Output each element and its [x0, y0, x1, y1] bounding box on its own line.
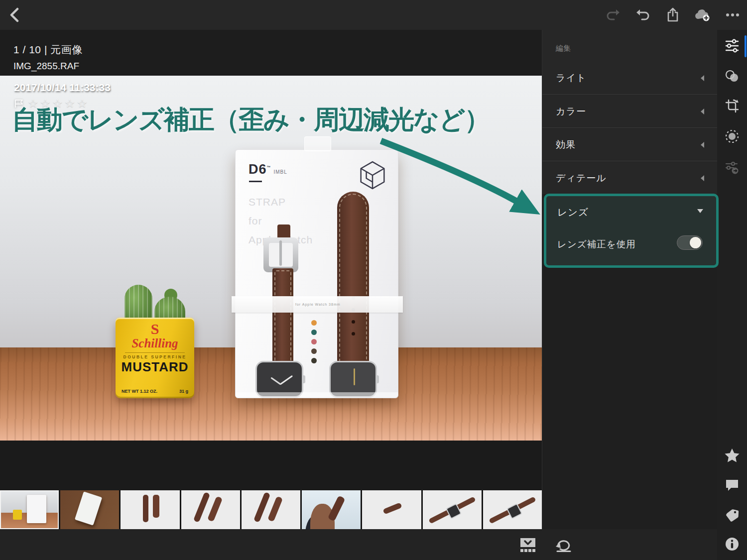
package-band: for Apple Watch 38mm	[232, 296, 403, 313]
strap-hole	[352, 320, 355, 324]
photo-info-strip: 1 / 10 | 元画像 IMG_2855.RAF	[0, 30, 542, 76]
lens-correction-row: レンズ補正を使用	[546, 231, 716, 261]
info-button[interactable]	[724, 536, 740, 552]
collapsed-triangle-icon	[701, 142, 704, 148]
tin-subtitle: DOUBLE SUPERFINE	[116, 354, 194, 359]
color-dot	[311, 358, 317, 363]
lens-section-highlight: レンズ レンズ補正を使用	[544, 194, 719, 268]
filmstrip-thumb-5[interactable]	[242, 490, 300, 529]
healing-tool-button[interactable]	[724, 68, 740, 84]
back-button[interactable]	[6, 6, 23, 23]
package-hang-tab	[304, 136, 331, 151]
healing-icon	[725, 69, 740, 83]
rate-review-button[interactable]	[724, 448, 740, 463]
back-chevron-icon	[9, 7, 20, 22]
photo-counter: 1 / 10 | 元画像	[13, 43, 83, 57]
sliders-icon	[725, 39, 739, 53]
expanded-triangle-icon	[697, 209, 703, 213]
collapsed-triangle-icon	[701, 175, 704, 181]
package-brand: D6™IMBL	[249, 162, 287, 177]
share-button[interactable]	[665, 7, 680, 23]
edit-panel: 編集 ライト カラー 効果 ディテール	[542, 30, 717, 529]
selective-edit-button[interactable]	[724, 128, 740, 144]
edit-panel-title: 編集	[556, 44, 571, 53]
star-icon	[724, 448, 740, 463]
collapsed-triangle-icon	[701, 75, 704, 81]
undo-button[interactable]	[635, 7, 650, 23]
filmstrip-thumb-6[interactable]	[302, 490, 361, 529]
revert-button[interactable]	[554, 537, 574, 554]
keywords-button[interactable]	[724, 507, 740, 523]
color-dot	[311, 339, 317, 344]
redo-button[interactable]	[605, 7, 621, 23]
watch-crown	[375, 375, 379, 383]
color-dot	[311, 320, 317, 326]
filmstrip-thumb-1[interactable]	[0, 490, 59, 529]
edit-tool-button[interactable]	[724, 38, 740, 54]
cloud-sync-button[interactable]	[695, 7, 710, 23]
tin-net-weight: NET WT 1.12 OZ.31 g	[122, 389, 188, 394]
lens-correction-toggle[interactable]	[677, 235, 703, 250]
color-dot	[311, 348, 317, 354]
panel-section-color[interactable]: カラー	[542, 95, 718, 128]
watch-strap-package: D6™IMBL STRAP for Apple Watch for Apple …	[235, 149, 398, 398]
comments-button[interactable]	[724, 477, 740, 493]
annotation-headline: 自動でレンズ補正（歪み・周辺減光など）	[12, 103, 490, 137]
selective-edit-icon	[725, 129, 740, 144]
info-icon	[725, 537, 740, 552]
undo-icon	[636, 9, 650, 21]
crop-tool-button[interactable]	[724, 98, 740, 114]
filmstrip-thumb-9[interactable]	[483, 490, 542, 529]
tool-rail	[717, 30, 747, 560]
top-bar-actions	[605, 0, 740, 30]
strap-buckle	[263, 237, 298, 272]
tin-product-name: MUSTARD	[116, 359, 194, 374]
cube-logo-icon	[358, 161, 387, 190]
package-color-dots	[311, 320, 317, 363]
hide-filmstrip-button[interactable]	[518, 537, 538, 554]
photo-lower-margin	[0, 441, 542, 490]
watch-crown	[302, 375, 305, 383]
cloud-add-icon	[694, 8, 711, 22]
panel-section-effects[interactable]: 効果	[542, 128, 718, 161]
filmstrip-thumb-3[interactable]	[121, 490, 179, 529]
redo-icon	[606, 9, 620, 21]
filmstrip-thumb-8[interactable]	[423, 490, 482, 529]
filmstrip-collapse-icon	[519, 537, 537, 553]
tag-icon	[725, 508, 740, 523]
filmstrip-thumb-4[interactable]	[181, 490, 240, 529]
panel-section-lens[interactable]: レンズ	[546, 196, 716, 225]
toggle-knob	[690, 237, 701, 248]
package-base	[236, 392, 398, 398]
crop-icon	[725, 99, 740, 113]
comment-bubble-icon	[725, 478, 740, 492]
package-brand-underline	[249, 181, 262, 182]
selected-tool-indicator	[745, 35, 747, 57]
top-bar	[0, 0, 747, 30]
filmstrip-thumb-7[interactable]	[362, 490, 421, 529]
strap-hole	[352, 332, 355, 336]
share-icon	[666, 7, 679, 22]
tin-brand: Schilling	[116, 336, 194, 350]
panel-section-light[interactable]: ライト	[542, 62, 718, 95]
tin-divider	[125, 352, 185, 353]
bottom-bar	[0, 529, 717, 560]
presets-icon	[725, 160, 740, 175]
revert-icon	[554, 538, 573, 553]
tin-monogram: S	[116, 322, 194, 336]
presets-button[interactable]	[724, 160, 740, 176]
panel-section-detail[interactable]: ディテール	[542, 162, 718, 195]
filmstrip	[0, 490, 542, 529]
photo-canvas[interactable]: D6™IMBL STRAP for Apple Watch for Apple …	[0, 76, 542, 441]
collapsed-triangle-icon	[701, 109, 704, 114]
long-strap	[337, 192, 369, 385]
more-menu-button[interactable]	[725, 7, 740, 23]
mustard-tin: S Schilling DOUBLE SUPERFINE MUSTARD NET…	[116, 318, 194, 398]
capture-datetime: 2017/10/14 11:33:33	[14, 82, 111, 94]
color-dot	[311, 330, 317, 335]
photo-filename: IMG_2855.RAF	[13, 61, 79, 72]
lightroom-app: 1 / 10 | 元画像 IMG_2855.RAF D6™IMBL STRAP …	[0, 0, 747, 560]
ellipsis-icon	[726, 13, 740, 17]
filmstrip-thumb-2[interactable]	[60, 490, 119, 529]
